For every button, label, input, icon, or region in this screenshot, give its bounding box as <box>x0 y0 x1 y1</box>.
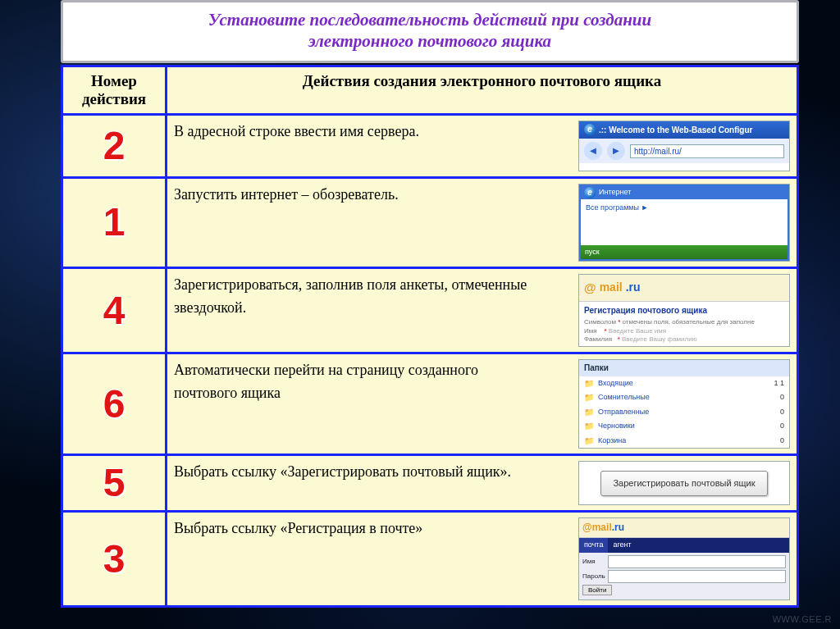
login-label: Имя <box>582 557 605 567</box>
col-header-action: Действия создания электронного почтового… <box>167 66 798 114</box>
login-form: Имя Пароль Войти <box>579 553 789 599</box>
signin-button[interactable]: Войти <box>582 585 612 595</box>
ie-icon: e <box>584 187 596 198</box>
login-tabs: почта агент <box>579 538 789 553</box>
asterisk-icon: * <box>618 335 620 343</box>
reg-note: Символом * отмечены поля, обязательные д… <box>584 318 784 326</box>
folder-item[interactable]: 📁Корзина0 <box>579 434 789 449</box>
folder-item[interactable]: 📁Сомнительные0 <box>579 390 789 405</box>
folder-item[interactable]: 📁Отправленные0 <box>579 405 789 420</box>
folder-item[interactable]: 📁Черновики0 <box>579 419 789 434</box>
action-text: Выбрать ссылку «Регистрация в почте» <box>174 517 572 540</box>
action-text: Выбрать ссылку «Зарегистрировать почтовы… <box>174 461 572 484</box>
reg-field: Фамилия * Введите Вашу фамилию <box>584 335 784 344</box>
table-row: 1 Запустить интернет – обозреватель. e И… <box>62 177 798 268</box>
folder-icon: 📁 <box>584 420 594 433</box>
thumbnail-mail-login: @mail.ru почта агент Имя Пароль Войти <box>578 517 790 600</box>
thumbnail-ie-launch: e Интернет Все программы ► пуск <box>578 184 790 262</box>
start-button[interactable]: пуск <box>581 245 788 260</box>
thumbnail-ie-addressbar: e .:: Welcome to the Web-Based Configur … <box>578 121 790 171</box>
tab-agent[interactable]: агент <box>608 538 636 553</box>
password-label: Пароль <box>582 572 605 581</box>
ie-icon: e <box>584 124 596 135</box>
step-number: 3 <box>103 540 126 579</box>
register-mailbox-button[interactable]: Зарегистрировать почтовый ящик <box>600 471 767 496</box>
all-programs-link[interactable]: Все программы ► <box>581 199 788 217</box>
title-line-2: электронного почтового ящика <box>308 31 551 51</box>
step-number: 6 <box>103 385 126 424</box>
action-cell: В адресной строке ввести имя сервера. e … <box>167 114 798 177</box>
address-input[interactable] <box>630 144 784 158</box>
table-row: 6 Автоматически перейти на страницу созд… <box>62 353 798 455</box>
action-text: Запустить интернет – обозреватель. <box>174 184 572 207</box>
step-number: 4 <box>103 291 126 330</box>
thumbnail-register-button: Зарегистрировать почтовый ящик <box>578 461 790 505</box>
folders-heading: Папки <box>579 360 789 376</box>
title-box: Установите последовательность действий п… <box>61 0 799 63</box>
step-number: 2 <box>103 126 126 166</box>
table-row: 5 Выбрать ссылку «Зарегистрировать почто… <box>62 455 798 512</box>
thumbnail-mailbox-folders: Папки 📁Входящие1 1 📁Сомнительные0 📁Отпра… <box>578 359 790 449</box>
mailru-logo: @mail.ru <box>579 275 789 301</box>
thumbnail-mail-registration: @mail.ru Регистрация почтового ящика Сим… <box>578 274 790 347</box>
step-number: 5 <box>103 463 126 503</box>
login-input[interactable] <box>608 555 786 568</box>
folder-icon: 📁 <box>584 391 594 404</box>
steps-table: Номер действия Действия создания электро… <box>61 65 799 608</box>
back-icon[interactable]: ◄ <box>584 142 602 160</box>
action-text: Зарегистрироваться, заполнив поля анкеты… <box>174 274 572 320</box>
table-header-row: Номер действия Действия создания электро… <box>62 66 798 114</box>
table-row: 4 Зарегистрироваться, заполнив поля анке… <box>62 268 798 353</box>
folder-item[interactable]: 📁Входящие1 1 <box>579 376 789 391</box>
ie-toolbar: ◄ ► <box>579 139 789 163</box>
tab-mail[interactable]: почта <box>579 538 608 553</box>
folder-icon: 📁 <box>584 406 594 419</box>
step-number-cell: 2 <box>62 114 167 177</box>
password-input[interactable] <box>608 570 786 583</box>
step-number: 1 <box>103 203 126 242</box>
ie-window-header: e Интернет <box>581 186 788 199</box>
action-text: Автоматически перейти на страницу создан… <box>174 359 572 405</box>
col-header-number: Номер действия <box>62 66 167 114</box>
mailru-logo: @mail.ru <box>579 518 789 538</box>
reg-field: Имя * Введите Ваше имя <box>584 327 784 335</box>
slide: Установите последовательность действий п… <box>61 0 799 608</box>
watermark: WWW.GEE.R <box>773 614 832 624</box>
asterisk-icon: * <box>604 327 606 335</box>
ie-titlebar: e .:: Welcome to the Web-Based Configur <box>579 121 789 139</box>
title-line-1: Установите последовательность действий п… <box>208 10 651 30</box>
action-text: В адресной строке ввести имя сервера. <box>174 121 572 144</box>
table-row: 2 В адресной строке ввести имя сервера. … <box>62 114 798 177</box>
slide-title: Установите последовательность действий п… <box>73 9 787 52</box>
table-row: 3 Выбрать ссылку «Регистрация в почте» @… <box>62 512 798 607</box>
forward-icon[interactable]: ► <box>607 142 625 160</box>
reg-heading: Регистрация почтового ящика <box>584 304 784 317</box>
folder-icon: 📁 <box>584 377 594 390</box>
folder-icon: 📁 <box>584 435 594 448</box>
